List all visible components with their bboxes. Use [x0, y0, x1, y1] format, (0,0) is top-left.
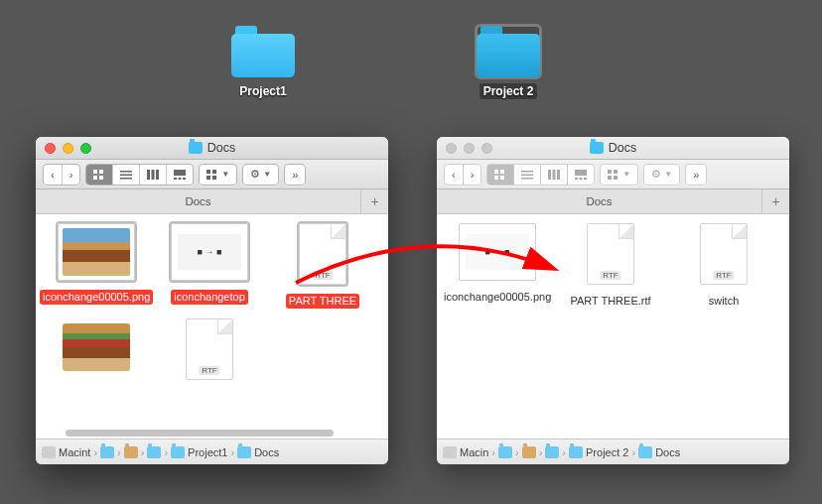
svg-rect-21 — [500, 176, 504, 180]
svg-rect-33 — [614, 170, 617, 174]
path-segment[interactable] — [522, 446, 536, 458]
svg-rect-15 — [212, 170, 216, 174]
finder-window-docs-1[interactable]: Docs ‹ › ▼ ⚙▼ » Docs + iconchange00005.p… — [36, 137, 388, 464]
file-label — [206, 398, 212, 400]
tab-docs[interactable]: Docs — [437, 189, 761, 213]
pathbar[interactable]: Macin› › › › Project 2› Docs — [437, 439, 789, 464]
svg-rect-16 — [206, 176, 210, 180]
list-view-button[interactable] — [113, 165, 140, 185]
svg-rect-23 — [521, 174, 533, 176]
folder-icon — [477, 26, 540, 77]
file-item[interactable]: PART THREE.rtf — [554, 219, 667, 309]
file-item[interactable] — [40, 315, 153, 404]
path-segment[interactable] — [545, 446, 559, 458]
svg-rect-10 — [174, 170, 186, 176]
svg-rect-6 — [120, 178, 132, 180]
path-segment[interactable] — [100, 446, 114, 458]
close-button[interactable] — [45, 143, 56, 154]
desktop-folder-label: Project 2 — [480, 83, 538, 99]
zoom-button[interactable] — [80, 143, 91, 154]
file-item[interactable]: ■ → ■ iconchange00005.png — [441, 219, 554, 309]
forward-button[interactable]: › — [63, 165, 80, 185]
svg-rect-35 — [614, 176, 617, 180]
titlebar[interactable]: Docs — [437, 137, 789, 160]
toolbar-overflow[interactable]: » — [284, 164, 306, 186]
file-grid[interactable]: iconchange00005.png ■ → ■ iconchangetop … — [36, 214, 388, 439]
finder-window-docs-2[interactable]: Docs ‹ › ▼ ⚙▼ » Docs + ■ → ■ iconchange0… — [437, 137, 789, 464]
group-dropdown[interactable]: ▼ — [199, 164, 237, 186]
folder-icon — [590, 142, 604, 154]
column-view-button[interactable] — [541, 165, 568, 185]
rtf-icon — [299, 223, 346, 285]
gallery-view-button[interactable] — [568, 165, 594, 185]
svg-rect-9 — [156, 170, 159, 180]
path-segment[interactable]: Docs — [237, 446, 279, 458]
svg-rect-20 — [494, 176, 498, 180]
action-dropdown[interactable]: ⚙▼ — [242, 164, 279, 186]
path-segment[interactable]: Docs — [638, 446, 680, 458]
back-button[interactable]: ‹ — [44, 165, 63, 185]
path-segment[interactable] — [147, 446, 161, 458]
path-segment[interactable]: Macin — [443, 446, 488, 458]
new-tab-button[interactable]: + — [761, 189, 789, 213]
minimize-button[interactable] — [63, 143, 73, 154]
path-segment[interactable] — [124, 446, 138, 458]
folder-icon — [100, 446, 114, 458]
hdd-icon — [42, 446, 56, 458]
folder-icon — [638, 446, 652, 458]
rtf-icon — [587, 223, 634, 285]
path-segment[interactable]: Project 2 — [569, 446, 628, 458]
file-item[interactable]: switch — [667, 219, 780, 309]
svg-rect-3 — [99, 176, 103, 180]
tab-docs[interactable]: Docs — [36, 189, 360, 213]
view-buttons — [85, 164, 194, 186]
file-item[interactable]: PART THREE — [266, 219, 379, 309]
folder-icon — [147, 446, 161, 458]
back-button[interactable]: ‹ — [445, 165, 464, 185]
list-view-button[interactable] — [514, 165, 541, 185]
folder-icon — [237, 446, 251, 458]
path-segment[interactable]: Macint — [42, 446, 90, 458]
icon-view-button[interactable] — [86, 165, 113, 185]
file-label: iconchange00005.png — [441, 290, 554, 305]
column-view-button[interactable] — [140, 165, 167, 185]
minimize-button[interactable] — [464, 143, 475, 154]
pathbar[interactable]: Macint› › › › Project1› Docs — [36, 439, 388, 464]
toolbar-overflow[interactable]: » — [685, 164, 707, 186]
file-label: PART THREE.rtf — [567, 294, 653, 309]
folder-icon — [189, 142, 203, 154]
action-dropdown[interactable]: ⚙▼ — [643, 164, 680, 186]
folder-icon — [498, 446, 512, 458]
close-button[interactable] — [446, 143, 457, 154]
toolbar: ‹ › ▼ ⚙▼ » — [437, 160, 789, 189]
svg-rect-1 — [99, 170, 103, 174]
file-item[interactable]: iconchange00005.png — [40, 219, 153, 309]
horizontal-scrollbar[interactable] — [66, 430, 334, 437]
folder-icon — [545, 446, 559, 458]
gallery-view-button[interactable] — [167, 165, 193, 185]
zoom-button[interactable] — [481, 143, 492, 154]
path-segment[interactable]: Project1 — [171, 446, 227, 458]
svg-rect-18 — [494, 170, 498, 174]
file-label: PART THREE — [286, 294, 359, 309]
file-item[interactable] — [153, 315, 266, 404]
path-segment[interactable] — [498, 446, 512, 458]
path-text: Project 2 — [586, 446, 628, 458]
svg-rect-4 — [120, 171, 132, 173]
new-tab-button[interactable]: + — [360, 189, 388, 213]
file-label: iconchangetop — [171, 290, 248, 305]
desktop-folder-project2[interactable]: Project 2 — [472, 26, 545, 99]
svg-rect-31 — [584, 178, 587, 180]
nav-buttons: ‹ › — [444, 164, 481, 186]
file-label: switch — [706, 294, 743, 309]
desktop-folder-project1[interactable]: Project1 — [226, 26, 300, 99]
image-thumbnail — [58, 223, 135, 281]
icon-view-button[interactable] — [487, 165, 514, 185]
gear-icon: ⚙ — [651, 168, 661, 181]
group-dropdown[interactable]: ▼ — [600, 164, 638, 186]
titlebar[interactable]: Docs — [36, 137, 388, 160]
path-text: Project1 — [188, 446, 227, 458]
file-grid[interactable]: ■ → ■ iconchange00005.png PART THREE.rtf… — [437, 214, 789, 439]
file-item[interactable]: ■ → ■ iconchangetop — [153, 219, 266, 309]
forward-button[interactable]: › — [464, 165, 481, 185]
